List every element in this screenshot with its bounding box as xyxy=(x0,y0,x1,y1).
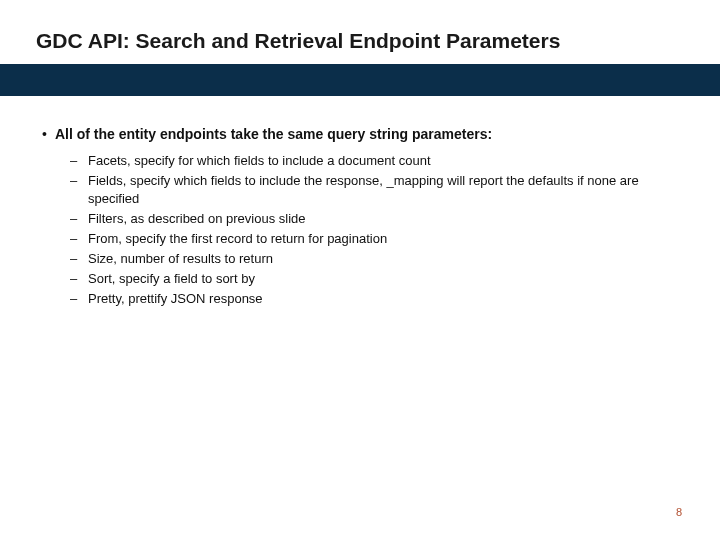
title-area: GDC API: Search and Retrieval Endpoint P… xyxy=(36,28,684,54)
sub-bullet-list: – Facets, specify for which fields to in… xyxy=(70,152,678,308)
sub-bullet-text: Fields, specify which fields to include … xyxy=(88,172,678,208)
sub-bullet-item: – Facets, specify for which fields to in… xyxy=(70,152,678,170)
dash-icon: – xyxy=(70,250,80,268)
sub-bullet-text: Pretty, prettify JSON response xyxy=(88,290,263,308)
sub-bullet-item: – Pretty, prettify JSON response xyxy=(70,290,678,308)
sub-bullet-text: Filters, as described on previous slide xyxy=(88,210,306,228)
dash-icon: – xyxy=(70,290,80,308)
dash-icon: – xyxy=(70,172,80,190)
bullet-item: • All of the entity endpoints take the s… xyxy=(42,124,678,144)
sub-bullet-item: – Size, number of results to return xyxy=(70,250,678,268)
sub-bullet-text: Sort, specify a field to sort by xyxy=(88,270,255,288)
dash-icon: – xyxy=(70,210,80,228)
sub-bullet-item: – Filters, as described on previous slid… xyxy=(70,210,678,228)
content-area: • All of the entity endpoints take the s… xyxy=(42,124,678,310)
slide: GDC API: Search and Retrieval Endpoint P… xyxy=(0,0,720,540)
bullet-dot-icon: • xyxy=(42,124,47,144)
sub-bullet-text: Size, number of results to return xyxy=(88,250,273,268)
title-divider-bar xyxy=(0,64,720,96)
dash-icon: – xyxy=(70,152,80,170)
slide-title: GDC API: Search and Retrieval Endpoint P… xyxy=(36,28,684,54)
bullet-text: All of the entity endpoints take the sam… xyxy=(55,124,492,144)
sub-bullet-item: – From, specify the first record to retu… xyxy=(70,230,678,248)
dash-icon: – xyxy=(70,230,80,248)
sub-bullet-text: Facets, specify for which fields to incl… xyxy=(88,152,431,170)
sub-bullet-item: – Fields, specify which fields to includ… xyxy=(70,172,678,208)
sub-bullet-text: From, specify the first record to return… xyxy=(88,230,387,248)
sub-bullet-item: – Sort, specify a field to sort by xyxy=(70,270,678,288)
dash-icon: – xyxy=(70,270,80,288)
page-number: 8 xyxy=(676,506,682,518)
